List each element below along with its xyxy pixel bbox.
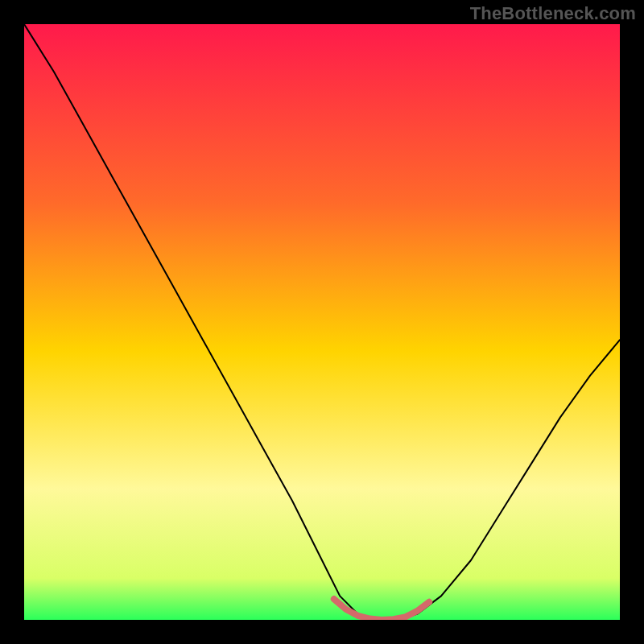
- chart-frame: TheBottleneck.com: [0, 0, 644, 644]
- plot-area: [24, 24, 620, 620]
- watermark-text: TheBottleneck.com: [470, 3, 636, 24]
- gradient-background: [24, 24, 620, 620]
- chart-svg: [24, 24, 620, 620]
